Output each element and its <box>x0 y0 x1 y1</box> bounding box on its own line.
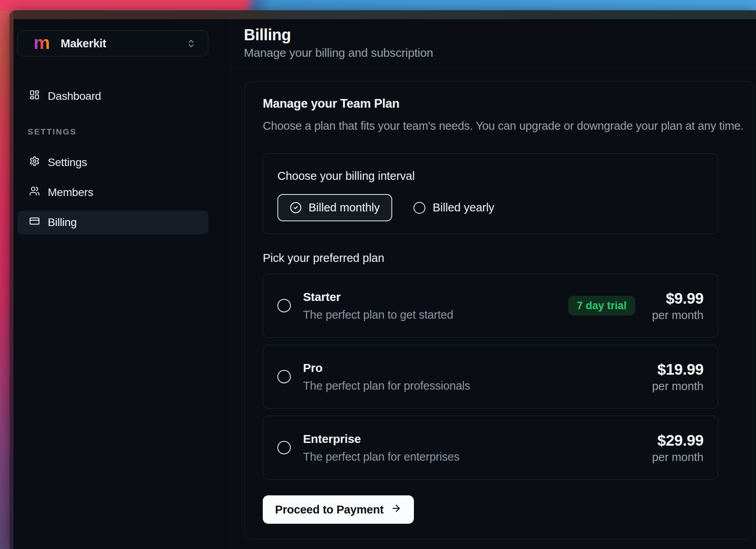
page-content: Manage your Team Plan Choose a plan that… <box>231 68 756 549</box>
chevrons-up-down-icon <box>186 39 196 49</box>
price-column: $29.99 per month <box>648 431 704 464</box>
sidebar-item-label: Members <box>48 186 93 199</box>
window-titlebar <box>9 10 756 20</box>
card-title: Manage your Team Plan <box>263 96 735 112</box>
sidebar-item-label: Billing <box>48 216 77 229</box>
billed-monthly-label: Billed monthly <box>309 201 380 214</box>
plan-list: Starter The perfect plan to get started … <box>263 274 718 480</box>
plan-info: Starter The perfect plan to get started <box>303 289 453 322</box>
pick-plan-label: Pick your preferred plan <box>263 251 735 265</box>
billed-yearly-option[interactable]: Billed yearly <box>414 201 494 214</box>
plan-period: per month <box>648 450 704 464</box>
plan-name: Enterprise <box>303 431 460 446</box>
team-plan-card: Manage your Team Plan Choose a plan that… <box>245 81 753 539</box>
radio-circle-icon[interactable] <box>277 441 291 454</box>
plan-price: $29.99 <box>648 431 704 450</box>
plan-price: $9.99 <box>648 289 704 308</box>
radio-circle-icon[interactable] <box>277 299 291 312</box>
plan-description: The perfect plan to get started <box>303 308 453 322</box>
page-header: Billing Manage your billing and subscrip… <box>231 20 756 68</box>
layout-dashboard-icon <box>29 90 40 103</box>
plan-period: per month <box>648 379 704 393</box>
billed-monthly-option[interactable]: Billed monthly <box>277 194 392 221</box>
radio-circle-icon[interactable] <box>277 370 291 383</box>
sidebar-settings-group: Settings Members Billing <box>17 151 208 234</box>
plan-name: Starter <box>303 289 453 304</box>
proceed-to-payment-button[interactable]: Proceed to Payment <box>263 495 414 524</box>
desktop-wallpaper-top <box>0 0 756 11</box>
makerkit-logo-icon: m <box>34 33 50 52</box>
sidebar-item-members[interactable]: Members <box>17 181 208 204</box>
plan-period: per month <box>648 308 704 322</box>
workspace-name: Makerkit <box>61 37 106 50</box>
plan-info: Enterprise The perfect plan for enterpri… <box>303 431 460 464</box>
sidebar-item-label: Dashboard <box>48 90 101 103</box>
plan-card-enterprise[interactable]: Enterprise The perfect plan for enterpri… <box>263 416 718 480</box>
plan-card-pro[interactable]: Pro The perfect plan for professionals $… <box>263 345 718 409</box>
billing-interval-label: Choose your billing interval <box>277 169 704 183</box>
plan-price-group: $29.99 per month <box>648 431 704 464</box>
price-column: $19.99 per month <box>648 360 704 393</box>
main-area: Billing Manage your billing and subscrip… <box>231 20 756 549</box>
sidebar-section-label: SETTINGS <box>17 127 208 136</box>
app-body: m Makerkit Dashboard SETTINGS <box>9 20 756 549</box>
billing-interval-box: Choose your billing interval Billed mont… <box>263 153 718 234</box>
page-title: Billing <box>244 26 756 44</box>
sidebar-item-dashboard[interactable]: Dashboard <box>17 84 208 108</box>
workspace-selector[interactable]: m Makerkit <box>17 30 208 56</box>
credit-card-icon <box>29 216 40 229</box>
plan-description: The perfect plan for enterprises <box>303 450 460 464</box>
radio-circle-icon <box>414 202 425 214</box>
sidebar-item-billing[interactable]: Billing <box>17 211 208 234</box>
plan-price: $19.99 <box>648 360 704 379</box>
proceed-button-label: Proceed to Payment <box>275 503 384 516</box>
plan-name: Pro <box>303 360 470 375</box>
price-column: $9.99 per month <box>648 289 704 322</box>
plan-info: Pro The perfect plan for professionals <box>303 360 470 393</box>
plan-description: The perfect plan for professionals <box>303 379 470 393</box>
sidebar-item-settings[interactable]: Settings <box>17 151 208 174</box>
card-subtitle: Choose a plan that fits your team's need… <box>263 119 735 133</box>
arrow-right-icon <box>391 503 402 517</box>
sidebar-nav: Dashboard SETTINGS Settings Membe <box>17 84 208 234</box>
gear-icon <box>29 156 40 169</box>
sidebar-item-label: Settings <box>48 156 87 169</box>
check-circle-icon <box>290 202 302 214</box>
plan-price-group: $19.99 per month <box>648 360 704 393</box>
page-subtitle: Manage your billing and subscription <box>244 46 756 60</box>
users-icon <box>29 186 40 199</box>
app-window: m Makerkit Dashboard SETTINGS <box>9 10 756 549</box>
plan-price-group: 7 day trial $9.99 per month <box>568 289 704 322</box>
billed-yearly-label: Billed yearly <box>433 201 494 214</box>
trial-badge: 7 day trial <box>568 296 635 316</box>
billing-interval-options: Billed monthly Billed yearly <box>277 194 704 221</box>
plan-card-starter[interactable]: Starter The perfect plan to get started … <box>263 274 718 338</box>
sidebar: m Makerkit Dashboard SETTINGS <box>9 20 231 549</box>
